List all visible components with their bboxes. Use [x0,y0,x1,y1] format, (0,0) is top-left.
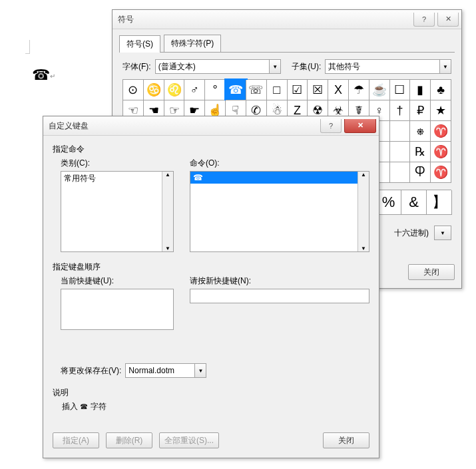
key-sequence-label: 指定键盘顺序 [53,261,369,273]
recent-symbols-grid[interactable]: %&】 [375,190,451,215]
symbol-cell[interactable]: ☎ [226,80,246,100]
symbol-cell[interactable]: ★ [431,100,451,121]
keyboard-dialog: 自定义键盘 ? ✕ 指定命令 类别(C): 常用符号 ▲▼ 命令(O): ☎ ▲… [43,116,379,458]
symbol-cell[interactable]: ☑ [288,80,308,100]
encoding-combo[interactable]: ▼ [434,226,451,240]
symbol-cell[interactable]: ♈ [431,162,451,183]
symbol-cell[interactable] [390,162,411,183]
chevron-down-icon[interactable]: ▼ [439,60,451,73]
symbol-dialog-titlebar[interactable]: 符号 ? ✕ [113,10,461,29]
font-combo[interactable]: (普通文本) ▼ [155,59,282,74]
list-item[interactable]: 常用符号 [61,172,173,186]
category-label: 类别(C): [61,158,174,169]
symbol-cell[interactable]: ♈ [431,121,451,142]
symbol-cell[interactable]: X [328,80,349,100]
tab-symbols[interactable]: 符号(S) [119,35,160,53]
keyboard-dialog-title: 自定义键盘 [49,120,89,132]
description-text: 插入 ☎ 字符 [62,401,369,412]
current-keys-listbox[interactable] [61,289,174,330]
chevron-down-icon[interactable]: ▼ [194,364,206,377]
subset-label: 子集(U): [292,61,321,73]
symbol-cell[interactable]: ♣ [431,80,451,100]
list-item[interactable]: ☎ [190,172,369,184]
delete-button[interactable]: 删除(R) [106,432,152,448]
symbol-cell[interactable]: ☕ [369,80,390,100]
keyboard-dialog-titlebar[interactable]: 自定义键盘 ? ✕ [43,116,379,136]
press-new-key-label: 请按新快捷键(N): [190,275,369,287]
encoding-label: 十六进制) [394,228,429,239]
scrollbar[interactable]: ▲▼ [162,172,173,251]
symbol-cell[interactable]: □ [267,80,288,100]
symbol-cell[interactable]: ☂ [349,80,369,100]
subset-combo[interactable]: 其他符号 ▼ [325,59,451,74]
help-button[interactable]: ? [413,13,435,27]
cursor-marker [25,40,30,54]
symbol-tabs: 符号(S) 特殊字符(P) [113,29,461,52]
assign-button[interactable]: 指定(A) [53,432,99,448]
current-keys-label: 当前快捷键(U): [61,275,174,287]
symbol-cell[interactable] [390,121,411,142]
help-button[interactable]: ? [320,119,342,133]
symbol-cell[interactable]: ⎈ [410,121,431,142]
close-button[interactable]: ✕ [437,13,459,27]
symbol-cell[interactable]: ° [205,80,226,100]
chevron-down-icon[interactable]: ▼ [269,60,280,73]
symbol-cell[interactable]: ♌ [164,80,185,100]
tab-special[interactable]: 特殊字符(P) [164,35,221,52]
keyboard-dialog-body: 指定命令 类别(C): 常用符号 ▲▼ 命令(O): ☎ ▲▼ 指定键盘顺序 当… [43,136,379,458]
recent-symbol-cell[interactable]: % [376,190,401,215]
symbol-cell[interactable]: ▮ [410,80,431,100]
font-label: 字体(F): [122,61,151,73]
symbol-cell[interactable]: ℞ [410,142,431,162]
symbol-cell[interactable]: † [390,100,411,121]
category-listbox[interactable]: 常用符号 ▲▼ [61,171,174,252]
scrollbar[interactable]: ▲▼ [357,172,369,251]
symbol-cell[interactable]: Ⴔ [410,162,431,183]
symbol-cell[interactable] [390,142,411,162]
close-button[interactable]: ✕ [344,119,376,133]
symbol-cell[interactable]: ♋ [144,80,164,100]
command-listbox[interactable]: ☎ ▲▼ [190,171,369,252]
reset-all-button[interactable]: 全部重设(S)... [159,432,219,448]
close-dialog-button[interactable]: 关闭 [408,264,455,280]
save-in-label: 将更改保存在(V): [61,365,121,377]
recent-symbol-cell[interactable]: & [401,190,427,215]
symbol-cell[interactable]: ♂ [184,80,205,100]
symbol-cell[interactable]: ☒ [308,80,328,100]
symbol-cell[interactable]: ♈ [431,142,451,162]
close-dialog-button[interactable]: 关闭 [323,432,369,448]
symbol-cell[interactable]: ⊙ [123,80,144,100]
chevron-down-icon[interactable]: ▼ [435,226,451,239]
symbol-cell[interactable]: ₽ [410,100,431,121]
document-inserted-symbol: ☎↵ [32,67,55,84]
symbol-cell[interactable]: ☐ [390,80,411,100]
recent-symbol-cell[interactable]: 】 [427,190,452,215]
description-label: 说明 [53,387,369,398]
command-label: 命令(O): [190,158,369,169]
symbol-dialog-title: 符号 [118,14,134,25]
new-shortcut-input[interactable] [190,289,369,303]
symbol-cell[interactable]: ☏ [246,80,267,100]
save-in-combo[interactable]: Normal.dotm ▼ [125,363,206,378]
specify-command-label: 指定命令 [53,144,369,155]
